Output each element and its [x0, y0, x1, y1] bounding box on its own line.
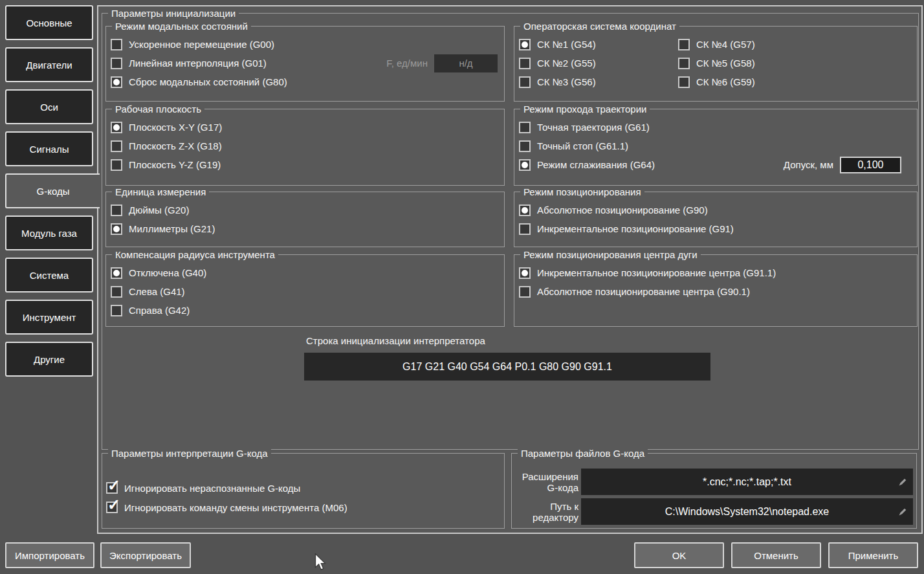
radio-indicator[interactable] [111, 223, 122, 235]
sidebar-tab-motors[interactable]: Двигатели [5, 47, 93, 82]
groupbox-title: Режим прохода траектории [520, 103, 650, 115]
checkbox-label: Игнорировать команду смены инструмента (… [124, 502, 347, 513]
radio-label: Отключена (G40) [129, 267, 206, 278]
radio-option-g18[interactable]: Плоскость Z-X (G18) [111, 137, 498, 155]
radio-option-g01[interactable]: Линейная интерполяция (G01) F, ед/мин н/… [111, 54, 498, 72]
sidebar-tab-axes[interactable]: Оси [5, 89, 93, 124]
radio-indicator[interactable] [519, 286, 531, 298]
radio-label: Справа (G42) [129, 305, 190, 316]
radio-option-g90-1[interactable]: Абсолютное позиционирование центра (G90.… [519, 282, 910, 301]
radio-option-g40[interactable]: Отключена (G40) [111, 263, 498, 282]
radio-option-g21[interactable]: Миллиметры (G21) [111, 219, 498, 238]
radio-option-g55[interactable]: СК №2 (G55) [519, 54, 674, 72]
groupbox-measure-unit: Единица измерения Дюймы (G20) Миллиметры… [105, 192, 505, 247]
radio-label: Сброс модальных состояний (G80) [129, 76, 287, 87]
radio-indicator[interactable] [111, 204, 122, 216]
radio-option-g19[interactable]: Плоскость Y-Z (G19) [111, 155, 498, 174]
radio-indicator[interactable] [111, 286, 122, 298]
export-button[interactable]: Экспортировать [100, 542, 191, 568]
checkbox-indicator[interactable] [106, 502, 118, 513]
radio-option-g91[interactable]: Инкрементальное позиционирование (G91) [519, 219, 910, 238]
groupbox-positioning-mode: Режим позиционирования Абсолютное позици… [514, 192, 918, 247]
groupbox-modal-states: Режим модальных состояний Ускоренное пер… [105, 26, 505, 102]
radio-indicator[interactable] [111, 140, 122, 152]
radio-option-g00[interactable]: Ускоренное перемещение (G00) [111, 35, 498, 54]
mouse-cursor [314, 553, 326, 573]
radio-indicator[interactable] [519, 58, 531, 69]
radio-option-g64[interactable]: Режим сглаживания (G64) Допуск, мм 0,100 [519, 155, 901, 174]
radio-indicator[interactable] [111, 39, 122, 50]
radio-option-g20[interactable]: Дюймы (G20) [111, 201, 498, 219]
sidebar-tab-signals[interactable]: Сигналы [5, 131, 93, 166]
sidebar-tab-tool[interactable]: Инструмент [5, 300, 93, 335]
edit-editor-path-button[interactable] [896, 505, 910, 519]
radio-indicator[interactable] [519, 39, 531, 50]
radio-indicator[interactable] [519, 223, 531, 235]
checkbox-ignore-unknown-gcodes[interactable]: Игнорировать нераспознанные G-коды [106, 478, 498, 498]
radio-indicator[interactable] [111, 58, 122, 69]
radio-option-g42[interactable]: Справа (G42) [111, 301, 498, 320]
radio-option-g54[interactable]: СК №1 (G54) [519, 35, 674, 54]
radio-indicator[interactable] [111, 122, 122, 133]
pencil-icon [897, 507, 908, 517]
radio-label: Слева (G41) [129, 286, 185, 297]
radio-indicator[interactable] [678, 58, 690, 69]
tolerance-label: Допуск, мм [784, 159, 833, 170]
radio-option-g90[interactable]: Абсолютное позиционирование (G90) [519, 201, 910, 219]
sidebar-tab-main[interactable]: Основные [5, 5, 93, 40]
groupbox-title: Единица измерения [112, 186, 209, 198]
radio-label: Точная траектория (G61) [537, 122, 650, 133]
apply-button[interactable]: Применить [828, 542, 918, 568]
tolerance-field[interactable]: 0,100 [840, 157, 901, 173]
radio-indicator[interactable] [519, 76, 531, 88]
radio-option-g61[interactable]: Точная траектория (G61) [519, 118, 901, 137]
radio-indicator[interactable] [111, 305, 122, 316]
radio-indicator[interactable] [519, 267, 531, 279]
radio-indicator[interactable] [678, 76, 690, 88]
ok-button[interactable]: OK [634, 542, 724, 568]
radio-option-g80[interactable]: Сброс модальных состояний (G80) [111, 72, 498, 91]
radio-indicator[interactable] [519, 140, 531, 152]
gcode-extensions-value: *.cnc;*.nc;*.tap;*.txt [703, 476, 791, 488]
radio-option-g41[interactable]: Слева (G41) [111, 282, 498, 301]
radio-indicator[interactable] [678, 39, 690, 50]
radio-option-g91-1[interactable]: Инкрементальное позиционирование центра … [519, 263, 910, 282]
radio-indicator[interactable] [519, 122, 531, 133]
feed-rate-field: н/д [434, 54, 498, 72]
sidebar-tab-system[interactable]: Система [5, 258, 93, 293]
groupbox-title: Параметры инициализации [108, 7, 239, 19]
radio-indicator[interactable] [111, 76, 122, 88]
radio-option-g59[interactable]: СК №6 (G59) [678, 72, 755, 91]
radio-option-g61-1[interactable]: Точный стоп (G61.1) [519, 137, 901, 155]
field-row-editor-path: Путь к редактору C:\Windows\System32\not… [512, 498, 913, 525]
groupbox-work-plane: Рабочая плоскость Плоскость X-Y (G17) Пл… [105, 109, 505, 186]
radio-indicator[interactable] [519, 159, 531, 171]
checkbox-ignore-toolchange-m06[interactable]: Игнорировать команду смены инструмента (… [106, 498, 498, 517]
sidebar-tab-gasmodule[interactable]: Модуль газа [5, 215, 93, 250]
cancel-button[interactable]: Отменить [731, 542, 821, 568]
gcode-extensions-field[interactable]: *.cnc;*.nc;*.tap;*.txt [581, 469, 913, 495]
groupbox-title: Рабочая плоскость [112, 103, 204, 115]
radio-option-g17[interactable]: Плоскость X-Y (G17) [111, 118, 498, 137]
groupbox-title: Параметры файлов G-кода [518, 447, 648, 459]
radio-label: СК №4 (G57) [696, 39, 755, 50]
checkbox-indicator[interactable] [106, 482, 118, 494]
editor-path-field[interactable]: C:\Windows\System32\notepad.exe [581, 498, 913, 525]
radio-indicator[interactable] [519, 204, 531, 216]
radio-option-g56[interactable]: СК №3 (G56) [519, 72, 674, 91]
radio-option-g58[interactable]: СК №5 (G58) [678, 54, 755, 72]
radio-indicator[interactable] [111, 267, 122, 279]
radio-label: СК №1 (G54) [537, 39, 596, 50]
radio-label: СК №3 (G56) [537, 76, 596, 87]
radio-option-g57[interactable]: СК №4 (G57) [678, 35, 755, 54]
radio-label: СК №6 (G59) [696, 76, 755, 87]
import-button[interactable]: Импортировать [5, 542, 94, 568]
radio-label: Точный стоп (G61.1) [537, 140, 628, 151]
radio-indicator[interactable] [111, 159, 122, 171]
radio-label: Режим сглаживания (G64) [537, 159, 655, 170]
sidebar-tab-other[interactable]: Другие [5, 342, 93, 377]
edit-extensions-button[interactable] [896, 475, 910, 489]
sidebar-tab-gcodes[interactable]: G-коды [5, 173, 100, 208]
radio-label: СК №2 (G55) [537, 58, 596, 69]
groupbox-title: Режим модальных состояний [112, 20, 251, 32]
